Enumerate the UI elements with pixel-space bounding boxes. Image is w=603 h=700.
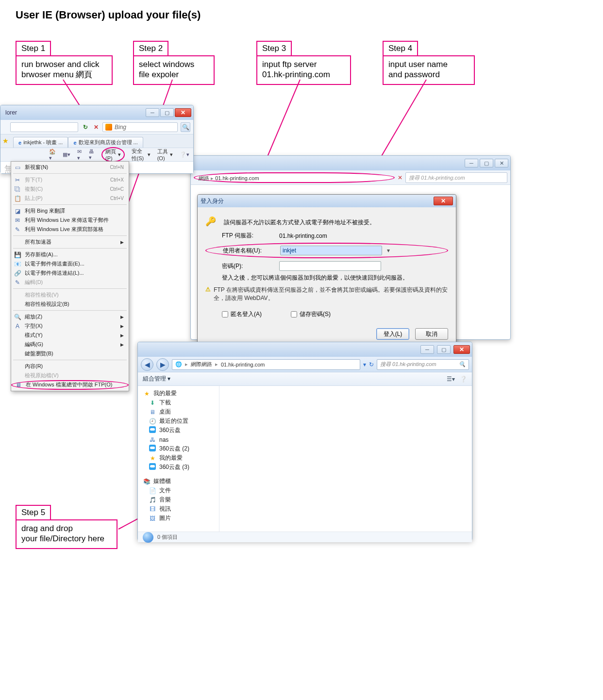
menu-zoom[interactable]: 🔍 縮放(Z)▶ bbox=[11, 312, 129, 321]
view-icon[interactable]: ☰▾ bbox=[447, 376, 455, 383]
menu-properties[interactable]: 內容(R) bbox=[11, 362, 129, 371]
back-button[interactable]: ◀ bbox=[141, 358, 153, 371]
stop-icon[interactable]: ✕ bbox=[93, 124, 100, 131]
ie-tab-bar: ★ einkjethk - 噴畫 ... e歡迎來到商店後台管理 ... bbox=[0, 134, 193, 148]
safety-menu[interactable]: 安全性(S)▾ bbox=[132, 148, 151, 162]
help-icon[interactable]: ❔▾ bbox=[180, 151, 189, 158]
menu-save-as[interactable]: 💾 另存新檔(A)... bbox=[11, 250, 129, 259]
sidebar-360-2[interactable]: 360云盘 (2) bbox=[140, 444, 217, 453]
menu-encoding[interactable]: 編碼(G)▶ bbox=[11, 340, 129, 349]
sidebar-music[interactable]: 🎵音樂 bbox=[140, 495, 217, 504]
ie-address-row: ↻ ✕ Bing 🔍 bbox=[0, 120, 193, 134]
after-login-text: 登入之後，您可以將這個伺服器加到我的最愛，以便快速回到此伺服器。 bbox=[222, 274, 408, 282]
close-button[interactable]: ✕ bbox=[453, 345, 470, 354]
step4-box: Step 4 input user name and password bbox=[383, 41, 475, 85]
refresh-icon[interactable]: ↻ bbox=[81, 124, 90, 131]
copy-icon: ⿻ bbox=[14, 186, 21, 193]
menu-caret[interactable]: 鍵盤瀏覽(B) bbox=[11, 349, 129, 358]
ftp-address-bar: 網路 ▸ 01.hk-printing.com ✕ 搜尋 01.hk-print… bbox=[191, 170, 510, 185]
sidebar-favorites[interactable]: ★我的最愛 bbox=[140, 389, 217, 398]
menu-copy: ⿻ 複製(C)Ctrl+C bbox=[11, 184, 129, 194]
menu-compat-view: 相容性檢視(V) bbox=[11, 290, 129, 300]
ftp-address-crumb[interactable]: 網路 ▸ 01.hk-printing.com bbox=[194, 172, 395, 183]
help-icon[interactable]: ❔ bbox=[460, 376, 467, 383]
username-label: 使用者名稱(U): bbox=[223, 247, 276, 255]
zoom-icon: 🔍 bbox=[14, 314, 21, 320]
sidebar-favorites2[interactable]: ★我的最愛 bbox=[140, 453, 217, 463]
home-icon[interactable]: 🏠▾ bbox=[49, 149, 56, 161]
sidebar-video[interactable]: 🎞視訊 bbox=[140, 504, 217, 514]
login-button[interactable]: 登入(L) bbox=[376, 328, 409, 340]
step5-box: Step 5 drag and drop your file/Directory… bbox=[16, 505, 117, 549]
refresh-icon[interactable]: ↻ bbox=[369, 361, 374, 368]
file-explorer-window: ─ ▢ ✕ ◀ ▶ 🌐▸ 網際網路▸ 01.hk-printing.com ▾ … bbox=[137, 342, 472, 541]
menu-wl-mail[interactable]: ✉ 利用 Windows Live 來傳送電子郵件 bbox=[11, 216, 129, 225]
feeds-icon[interactable]: ▦▾ bbox=[63, 151, 70, 158]
dialog-close-button[interactable]: ✕ bbox=[434, 197, 453, 205]
sidebar-pictures[interactable]: 🖼圖片 bbox=[140, 514, 217, 523]
step4-body: input user name and password bbox=[383, 55, 475, 85]
favorites-icon[interactable]: ★ bbox=[2, 137, 11, 146]
step5-tag: Step 5 bbox=[16, 505, 51, 520]
tab-1[interactable]: einkjethk - 噴畫 ... bbox=[13, 137, 68, 148]
menu-open-ftp-explorer[interactable]: 🖥 在 Windows 檔案總管中開啟 FTP(O) bbox=[11, 380, 129, 390]
forward-button[interactable]: ▶ bbox=[156, 358, 169, 371]
minimize-button[interactable]: ─ bbox=[146, 108, 159, 117]
close-button[interactable]: ✕ bbox=[175, 108, 191, 117]
ie-address-input[interactable] bbox=[10, 122, 78, 132]
username-input[interactable]: inkjet bbox=[280, 246, 382, 255]
minimize-button[interactable]: ─ bbox=[465, 159, 478, 167]
page-menu[interactable]: 網頁(P)▾ bbox=[101, 147, 125, 162]
tools-menu[interactable]: 工具(O)▾ bbox=[157, 148, 173, 161]
minimize-button[interactable]: ─ bbox=[420, 345, 434, 354]
menu-send-link[interactable]: 🔗 以電子郵件傳送連結(L)... bbox=[11, 268, 129, 278]
menu-new-window[interactable]: ▭ 新視窗(N)Ctrl+N bbox=[11, 163, 129, 172]
menu-wl-blog[interactable]: ✎ 利用 Windows Live 來撰寫部落格 bbox=[11, 225, 129, 234]
maximize-button[interactable]: ▢ bbox=[160, 108, 174, 117]
menu-style[interactable]: 樣式(Y)▶ bbox=[11, 331, 129, 340]
cancel-button[interactable]: 取消 bbox=[415, 328, 448, 340]
explorer-address[interactable]: 🌐▸ 網際網路▸ 01.hk-printing.com bbox=[172, 359, 360, 370]
tab-2-label: 歡迎來到商店後台管理 ... bbox=[79, 139, 138, 146]
new-window-icon: ▭ bbox=[14, 164, 21, 171]
mail-icon[interactable]: ✉▾ bbox=[77, 149, 82, 161]
sidebar-recent[interactable]: 🕘最近的位置 bbox=[140, 417, 217, 426]
close-button[interactable]: ✕ bbox=[495, 159, 508, 167]
sidebar-360-3[interactable]: 360云盘 (3) bbox=[140, 463, 217, 472]
sidebar-desktop[interactable]: 🖥桌面 bbox=[140, 407, 217, 417]
explorer-content-pane[interactable] bbox=[219, 386, 472, 532]
step2-box: Step 2 select windows file expoler bbox=[133, 41, 215, 85]
print-icon[interactable]: 🖶▾ bbox=[89, 149, 95, 161]
tab-2[interactable]: e歡迎來到商店後台管理 ... bbox=[68, 137, 143, 148]
menu-send-page[interactable]: 📧 以電子郵件傳送畫面(E)... bbox=[11, 259, 129, 268]
sidebar-downloads[interactable]: ⬇下載 bbox=[140, 398, 217, 407]
maximize-button[interactable]: ▢ bbox=[437, 345, 451, 354]
step1-tag: Step 1 bbox=[16, 41, 51, 56]
explorer-search[interactable]: 搜尋 01.hk-printing.com🔍 bbox=[377, 359, 469, 370]
dialog-caption: 登入身分 ✕ bbox=[198, 195, 456, 207]
sidebar-libraries[interactable]: 📚媒體櫃 bbox=[140, 477, 217, 486]
page-title: User IE (Browser) upload your file(s) bbox=[16, 9, 201, 21]
save-password-checkbox[interactable]: 儲存密碼(S) bbox=[291, 310, 331, 318]
search-box[interactable]: Bing bbox=[102, 122, 178, 132]
menu-text-size[interactable]: A 字型(X)▶ bbox=[11, 321, 129, 331]
bing-label: Bing bbox=[115, 124, 126, 131]
menu-bing-translate[interactable]: ◪ 利用 Bing 來翻譯 bbox=[11, 206, 129, 216]
menu-compat-settings[interactable]: 相容性檢視設定(B) bbox=[11, 300, 129, 309]
ftp-search-input[interactable]: 搜尋 01.hk-printing.com bbox=[405, 172, 507, 183]
password-input[interactable] bbox=[279, 261, 381, 271]
ftp-icon: 🖥 bbox=[15, 382, 22, 388]
maximize-button[interactable]: ▢ bbox=[480, 159, 493, 167]
organize-menu[interactable]: 組合管理 ▾ bbox=[143, 375, 170, 383]
sidebar-360[interactable]: 360云盘 bbox=[140, 426, 217, 435]
search-icon[interactable]: 🔍 bbox=[181, 122, 190, 132]
cut-icon: ✂ bbox=[14, 177, 21, 183]
bing-icon bbox=[105, 124, 112, 131]
sidebar-nas[interactable]: 🖧nas bbox=[140, 435, 217, 444]
lock-icon bbox=[205, 216, 218, 229]
anonymous-checkbox[interactable]: 匿名登入(A) bbox=[222, 310, 262, 318]
step1-body: run brwoser and click brwoser menu 網頁 bbox=[16, 55, 113, 85]
sidebar-documents[interactable]: 📄文件 bbox=[140, 486, 217, 495]
step1-box: Step 1 run brwoser and click brwoser men… bbox=[16, 41, 113, 85]
menu-accelerators[interactable]: 所有加速器▶ bbox=[11, 237, 129, 247]
